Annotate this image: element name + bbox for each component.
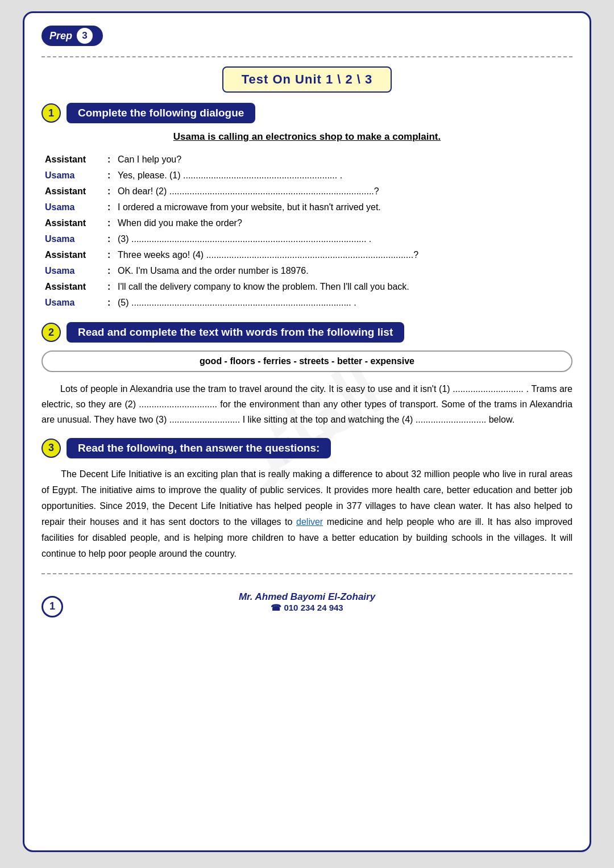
dialogue-row: Usama : (5) ............................… <box>42 295 572 311</box>
section3-passage: The Decent Life Initiative is an excitin… <box>42 466 572 562</box>
phone-number: 010 234 24 943 <box>284 603 343 612</box>
speaker-label: Usama <box>42 168 104 183</box>
test-title: Test On Unit 1 \ 2 \ 3 <box>222 66 392 93</box>
dialogue-row: Assistant : When did you make the order? <box>42 215 572 231</box>
section2-passage: Lots of people in Alexandria use the tra… <box>42 381 572 428</box>
test-title-box: Test On Unit 1 \ 2 \ 3 <box>42 66 572 93</box>
dialogue-row: Usama : Yes, please. (1) ...............… <box>42 168 572 183</box>
page: الفائز Prep 3 Test On Unit 1 \ 2 \ 3 1 C… <box>23 11 591 852</box>
dialogue-row: Usama : OK. I'm Usama and the order numb… <box>42 263 572 279</box>
speaker-label: Usama <box>42 263 104 279</box>
phone-icon: ☎ <box>271 603 281 612</box>
dialogue-line: I ordered a microwave from your website,… <box>114 199 572 215</box>
dialogue-row: Assistant : I'll call the delivery compa… <box>42 279 572 295</box>
dialogue-row: Assistant : Can I help you? <box>42 152 572 168</box>
dialogue-line: OK. I'm Usama and the order number is 18… <box>114 263 572 279</box>
dialogue-row: Assistant : Oh dear! (2) ...............… <box>42 183 572 199</box>
speaker-label: Assistant <box>42 279 104 295</box>
dialogue-line: I'll call the delivery company to know t… <box>114 279 572 295</box>
section1-num: 1 <box>42 103 61 123</box>
page-number: 1 <box>42 596 63 617</box>
section3-header: 3 Read the following, then answer the qu… <box>42 438 572 458</box>
dialogue-line: Three weeks ago! (4) ...................… <box>114 247 572 263</box>
section3-num: 3 <box>42 439 61 458</box>
speaker-label: Assistant <box>42 247 104 263</box>
speaker-label: Usama <box>42 199 104 215</box>
footer-divider <box>42 573 572 574</box>
section3-title: Read the following, then answer the ques… <box>67 438 331 458</box>
speaker-label: Usama <box>42 295 104 311</box>
prep-tag: Prep 3 <box>42 26 103 46</box>
section1-header: 1 Complete the following dialogue <box>42 103 572 123</box>
dialogue-table: Assistant : Can I help you? Usama : Yes,… <box>42 152 572 311</box>
dialogue-line: (5) ....................................… <box>114 295 572 311</box>
dialogue-line: Oh dear! (2) ...........................… <box>114 183 572 199</box>
footer: 1 Mr. Ahmed Bayomi El-Zohairy ☎ 010 234 … <box>42 591 572 613</box>
footer-name: Mr. Ahmed Bayomi El-Zohairy <box>239 591 375 603</box>
divider <box>42 56 572 57</box>
speaker-label: Usama <box>42 231 104 247</box>
dialogue-line: (3) ....................................… <box>114 231 572 247</box>
dialogue-line: Can I help you? <box>114 152 572 168</box>
speaker-label: Assistant <box>42 152 104 168</box>
word-list-box: good - floors - ferries - streets - bett… <box>42 350 572 372</box>
dialogue-line: When did you make the order? <box>114 215 572 231</box>
dialogue-row: Usama : I ordered a microwave from your … <box>42 199 572 215</box>
footer-center: Mr. Ahmed Bayomi El-Zohairy ☎ 010 234 24… <box>239 591 375 613</box>
prep-label: Prep <box>49 30 72 42</box>
dialogue-subtitle: Usama is calling an electronics shop to … <box>42 131 572 143</box>
section2-num: 2 <box>42 323 61 342</box>
section2-title: Read and complete the text with words fr… <box>67 322 404 343</box>
speaker-label: Assistant <box>42 215 104 231</box>
deliver-word: deliver <box>296 517 323 527</box>
section2-header: 2 Read and complete the text with words … <box>42 322 572 343</box>
speaker-label: Assistant <box>42 183 104 199</box>
dialogue-line: Yes, please. (1) .......................… <box>114 168 572 183</box>
dialogue-row: Assistant : Three weeks ago! (4) .......… <box>42 247 572 263</box>
dialogue-row: Usama : (3) ............................… <box>42 231 572 247</box>
prep-number: 3 <box>77 28 93 44</box>
section1-title: Complete the following dialogue <box>67 103 255 123</box>
footer-phone: ☎ 010 234 24 943 <box>239 603 375 613</box>
